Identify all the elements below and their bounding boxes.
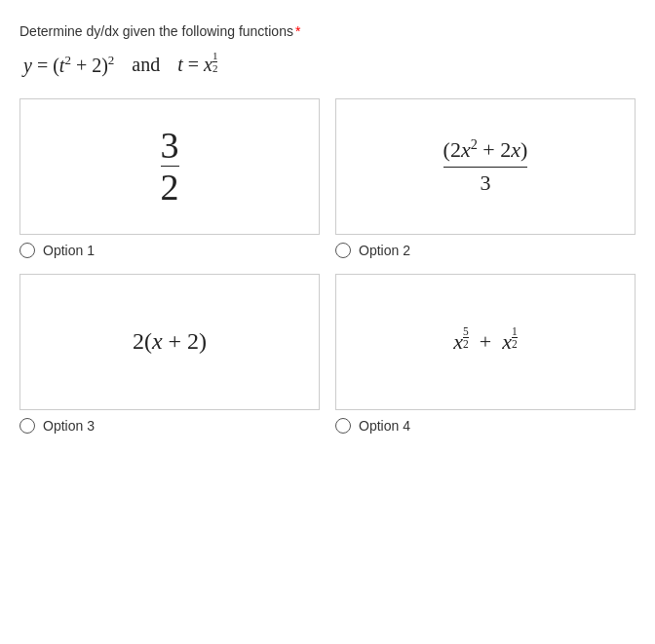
option3-label-row[interactable]: Option 3 bbox=[19, 418, 320, 434]
option1-box[interactable]: 3 2 bbox=[19, 98, 320, 235]
option2-label: Option 2 bbox=[359, 243, 410, 258]
equation-row: y = (t2 + 2)2 and t = x12 bbox=[19, 53, 636, 77]
option3-radio[interactable] bbox=[19, 418, 35, 434]
equation-left: y = (t2 + 2)2 bbox=[23, 53, 114, 77]
option3-label: Option 3 bbox=[43, 418, 95, 434]
option4-block: x52 + x12 Option 4 bbox=[335, 274, 636, 434]
equation-right: t = x12 bbox=[177, 54, 217, 76]
option2-block: (2x2 + 2x) 3 Option 2 bbox=[335, 98, 636, 258]
option2-numerator: (2x2 + 2x) bbox=[443, 136, 528, 167]
option2-box[interactable]: (2x2 + 2x) 3 bbox=[335, 98, 636, 235]
option4-label: Option 4 bbox=[359, 418, 410, 434]
question-text: Determine dy/dx given the following func… bbox=[19, 23, 293, 39]
option1-label: Option 1 bbox=[43, 243, 95, 258]
option4-radio[interactable] bbox=[335, 418, 351, 434]
option4-box[interactable]: x52 + x12 bbox=[335, 274, 636, 410]
option2-label-row[interactable]: Option 2 bbox=[335, 243, 636, 258]
option1-block: 3 2 Option 1 bbox=[19, 98, 320, 258]
options-grid: 3 2 Option 1 (2x2 + 2x) 3 Option 2 2(x +… bbox=[19, 98, 636, 434]
option3-box[interactable]: 2(x + 2) bbox=[19, 274, 320, 410]
option3-expression: 2(x + 2) bbox=[133, 328, 207, 355]
option2-denominator: 3 bbox=[480, 168, 490, 196]
equation-connector: and bbox=[132, 54, 160, 76]
option2-radio[interactable] bbox=[335, 243, 351, 258]
option1-label-row[interactable]: Option 1 bbox=[19, 243, 320, 258]
question-label: Determine dy/dx given the following func… bbox=[19, 23, 636, 39]
option1-denominator: 2 bbox=[161, 167, 179, 206]
option4-expression: x52 + x12 bbox=[453, 329, 517, 355]
option4-label-row[interactable]: Option 4 bbox=[335, 418, 636, 434]
required-marker: * bbox=[295, 23, 300, 39]
option1-radio[interactable] bbox=[19, 243, 35, 258]
option3-block: 2(x + 2) Option 3 bbox=[19, 274, 320, 434]
option1-numerator: 3 bbox=[161, 127, 179, 167]
